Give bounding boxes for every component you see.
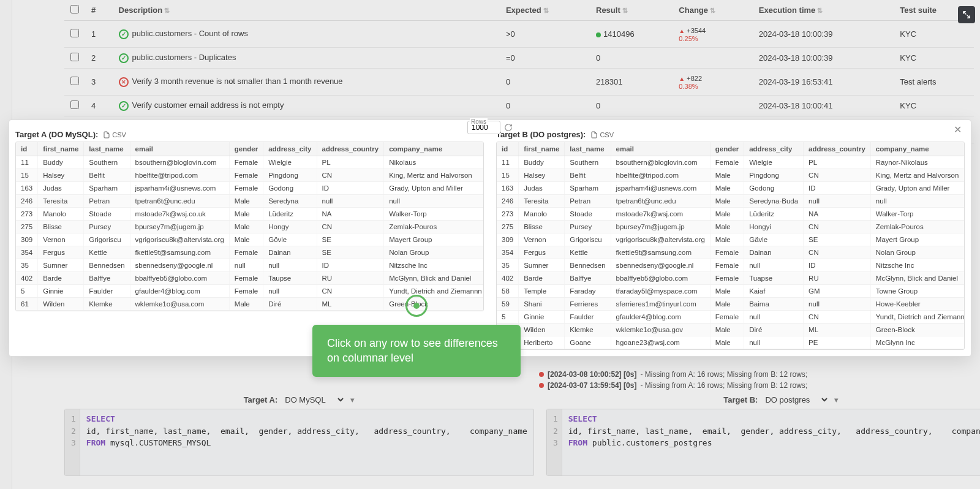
data-row[interactable]: 309VernonGrigoriscuvgrigoriscu8k@altervi… <box>16 233 484 246</box>
log-entry[interactable]: [2024-03-08 10:00:52] [0s]- Missing from… <box>539 369 974 380</box>
data-row[interactable]: 273ManoloStoademstoade7k@wsj.co.ukMaleLü… <box>16 208 484 221</box>
data-row[interactable]: 15HalseyBelfithbelfite@tripod.comFemaleP… <box>16 169 484 182</box>
log-entry[interactable]: [2024-03-07 13:59:54] [0s]- Missing from… <box>539 380 974 391</box>
data-col-header[interactable]: last_name <box>565 142 611 156</box>
row-checkbox[interactable] <box>70 77 79 85</box>
data-cell: null <box>744 311 804 324</box>
test-row[interactable]: 3 Verify 3 month revenue is not smaller … <box>64 69 974 96</box>
data-row[interactable]: 11BuddySouthernbsouthern@bloglovin.comFe… <box>16 156 484 169</box>
data-cell: Female <box>229 169 263 182</box>
col-num[interactable]: # <box>85 0 113 21</box>
check-icon <box>119 101 129 111</box>
test-row[interactable]: 4 Verify customer email address is not e… <box>64 96 974 116</box>
col-description[interactable]: Description⇅ <box>113 0 500 21</box>
data-row[interactable]: 35SumnerBennedsensbennedseny@google.nlFe… <box>497 259 965 272</box>
data-cell: ML <box>804 324 871 336</box>
data-cell: Sparham <box>565 182 611 195</box>
data-row[interactable]: 354FergusKettlefkettle9t@samsung.comFema… <box>497 246 965 259</box>
data-row[interactable]: 246TeresitaPetrantpetran6t@unc.eduMaleSe… <box>16 195 484 208</box>
data-col-header[interactable]: first_name <box>38 142 84 156</box>
data-col-header[interactable]: address_country <box>804 142 871 156</box>
data-cell: CN <box>804 311 871 324</box>
target-a-select[interactable]: DO MySQL <box>282 395 345 405</box>
data-col-header[interactable]: first_name <box>519 142 565 156</box>
expand-button[interactable] <box>958 6 975 23</box>
data-cell: Halsey <box>38 169 84 182</box>
data-row[interactable]: 61WildenKlemkewklemke1o@usa.govMaleDiréM… <box>497 324 965 336</box>
tour-pulse-indicator <box>405 295 428 317</box>
data-table-b-wrap[interactable]: idfirst_namelast_nameemailgenderaddress_… <box>496 142 965 350</box>
data-col-header[interactable]: email <box>611 142 710 156</box>
sql-code-a[interactable]: SELECT id, first_name, last_name, email,… <box>80 409 533 476</box>
data-row[interactable]: 58TempleFaradaytfaraday5l@myspace.comMal… <box>497 285 965 298</box>
row-desc: Verify 3 month revenue is not smaller th… <box>113 69 500 96</box>
row-result: 0 <box>590 48 673 69</box>
data-row[interactable]: 15HalseyBelfithbelfite@tripod.comMalePin… <box>497 169 965 182</box>
csv-export-b[interactable]: CSV <box>590 131 614 138</box>
compare-columns: Target A (DO MySQL): CSV idfirst_namelas… <box>9 126 971 356</box>
data-cell: 309 <box>497 233 519 246</box>
data-cell: Female <box>229 272 263 285</box>
csv-export-a[interactable]: CSV <box>103 131 126 138</box>
data-cell: Kettle <box>565 246 611 259</box>
data-col-header[interactable]: email <box>130 142 229 156</box>
col-expected[interactable]: Expected⇅ <box>500 0 590 21</box>
row-checkbox[interactable] <box>70 100 79 109</box>
data-cell: ID <box>804 259 871 272</box>
data-col-header[interactable]: address_city <box>263 142 317 156</box>
data-col-header[interactable]: id <box>497 142 519 156</box>
test-row[interactable]: 1 public.customers - Count of rows >0 14… <box>64 21 974 48</box>
data-cell: Vernon <box>38 233 84 246</box>
tour-tooltip: Click on any row to see differences on c… <box>312 325 521 377</box>
data-row[interactable]: 275BlissePurseybpursey7m@jugem.jpMaleHon… <box>497 221 965 233</box>
data-row[interactable]: 402BardeBalffyebbalffyeb5@globo.comFemal… <box>16 272 484 285</box>
data-col-header[interactable]: address_city <box>744 142 804 156</box>
data-col-header[interactable]: address_country <box>317 142 384 156</box>
data-row[interactable]: HeribertoGoanehgoane23@wsj.comMalenullPE… <box>497 336 965 349</box>
close-modal-button[interactable]: ✕ <box>954 124 965 135</box>
data-cell: bbalffyeb5@globo.com <box>611 272 710 285</box>
data-cell: jsparham4i@usnews.com <box>130 182 229 195</box>
data-col-header[interactable]: gender <box>229 142 263 156</box>
data-cell: Heriberto <box>519 336 565 349</box>
data-row[interactable]: 354FergusKettlefkettle9t@samsung.comFema… <box>16 246 484 259</box>
data-row[interactable]: 5GinnieFauldergfaulder4@blog.comFemalenu… <box>497 311 965 324</box>
data-row[interactable]: 163JudasSparhamjsparham4i@usnews.comFema… <box>16 182 484 195</box>
data-col-header[interactable]: last_name <box>84 142 130 156</box>
data-row[interactable]: 35SumnerBennedsensbennedseny@google.nlnu… <box>16 259 484 272</box>
data-col-header[interactable]: id <box>16 142 38 156</box>
sort-icon: ⇅ <box>817 7 823 14</box>
data-col-header[interactable]: gender <box>710 142 744 156</box>
data-table-a-wrap[interactable]: idfirst_namelast_nameemailgenderaddress_… <box>15 142 484 311</box>
data-cell: 35 <box>497 259 519 272</box>
data-row[interactable]: 402BardeBalffyebbalffyeb5@globo.comFemal… <box>497 272 965 285</box>
data-col-header[interactable]: company_name <box>384 142 484 156</box>
data-cell: CN <box>804 221 871 233</box>
data-cell: CN <box>804 246 871 259</box>
data-row[interactable]: 275BlissePurseybpursey7m@jugem.jpMaleHon… <box>16 221 484 233</box>
data-row[interactable]: 273ManoloStoademstoade7k@wsj.comMaleLüde… <box>497 208 965 221</box>
data-cell: 58 <box>497 285 519 298</box>
data-row[interactable]: 11BuddySouthernbsouthern@bloglovin.comFe… <box>497 156 965 169</box>
test-row[interactable]: 2 public.customers - Duplicates =0 0 202… <box>64 48 974 69</box>
col-change[interactable]: Change⇅ <box>673 0 753 21</box>
sql-editor-b[interactable]: 123 SELECT id, first_name, last_name, em… <box>546 409 980 476</box>
col-exec-time[interactable]: Execution time⇅ <box>753 0 894 21</box>
data-row[interactable]: 309VernonGrigoriscuvgrigoriscu8k@altervi… <box>497 233 965 246</box>
sql-code-b[interactable]: SELECT id, first_name, last_name, email,… <box>562 409 980 476</box>
data-col-header[interactable]: company_name <box>870 142 965 156</box>
row-checkbox[interactable] <box>70 29 79 37</box>
data-cell: Balffye <box>565 272 611 285</box>
check-icon <box>119 29 129 39</box>
select-all-checkbox[interactable] <box>70 5 79 13</box>
col-result[interactable]: Result⇅ <box>590 0 673 21</box>
refresh-icon[interactable] <box>504 123 513 132</box>
sql-editor-a[interactable]: 123 SELECT id, first_name, last_name, em… <box>64 409 534 476</box>
row-checkbox[interactable] <box>70 53 79 61</box>
data-row[interactable]: 163JudasSparhamjsparham4i@usnews.comMale… <box>497 182 965 195</box>
data-cell: ID <box>317 182 384 195</box>
data-row[interactable]: 59ShaniFerrieressferrieres1m@tinyurl.com… <box>497 298 965 311</box>
data-row[interactable]: 246TeresitaPetrantpetran6t@unc.eduMaleSe… <box>497 195 965 208</box>
target-b-select[interactable]: DO postgres <box>763 395 829 405</box>
data-row[interactable]: BooteWymernullMaleTelsennullnull <box>497 349 965 351</box>
